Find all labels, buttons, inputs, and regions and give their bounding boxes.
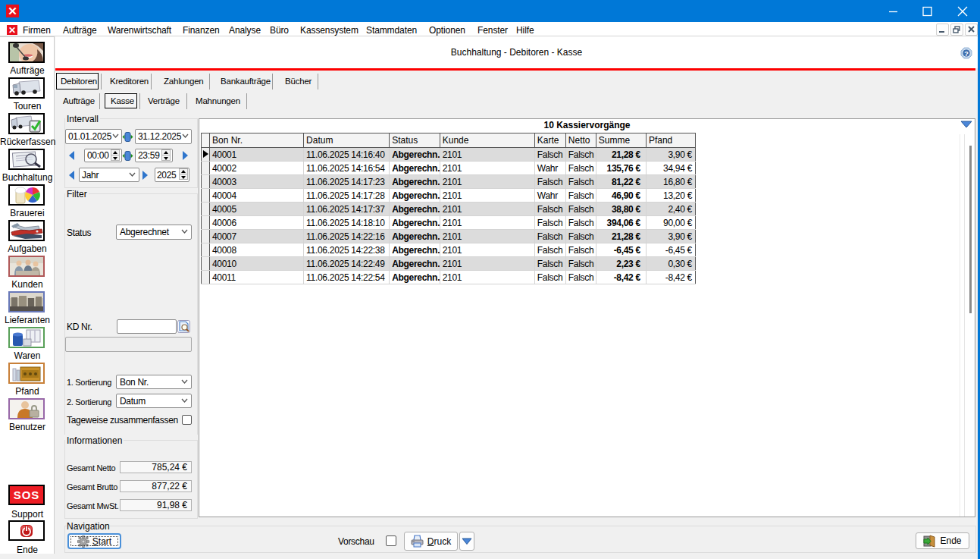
svg-text:?: ? bbox=[964, 50, 969, 58]
